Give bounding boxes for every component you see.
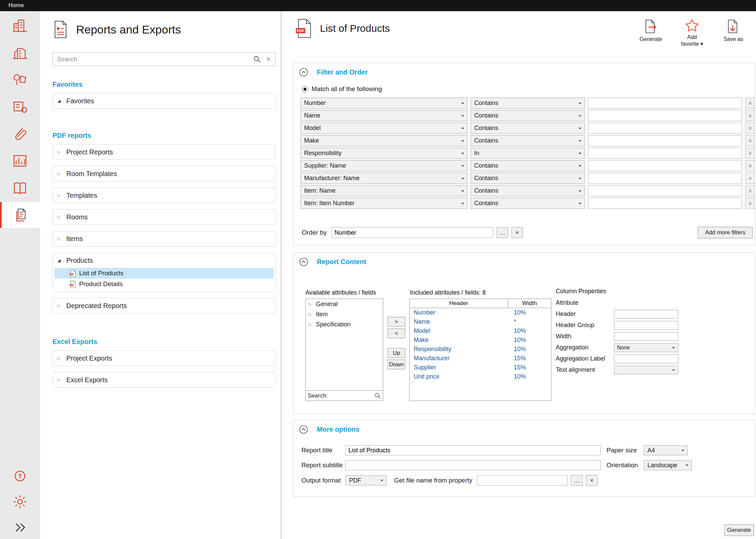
filter-attribute-select[interactable]: Model [300,123,467,134]
order-by-clear-button[interactable]: × [511,227,523,238]
collapsed-caret-icon[interactable]: ▷ [308,312,313,317]
filter-value-input[interactable] [588,110,742,121]
content-section-header[interactable]: Report Content [299,257,366,266]
save-as-button[interactable]: Save as [719,19,747,43]
table-row[interactable]: Supplier 15% [410,363,551,372]
filter-value-input[interactable] [588,98,742,109]
collapsed-caret-icon[interactable]: ▷ [308,302,313,306]
collapsed-caret-icon[interactable]: ▷ [58,236,62,241]
header-input[interactable] [614,310,678,319]
generate-button[interactable]: Generate [637,19,665,43]
collapsed-caret-icon[interactable]: ▷ [58,356,62,361]
filter-attribute-select[interactable]: Item: Item Number [300,198,467,209]
rail-item-catalog[interactable] [0,175,40,201]
sidebar-item-product-details[interactable]: Product Details [54,279,274,289]
filter-attribute-select[interactable]: Manufacturer: Name [300,173,467,184]
table-row[interactable]: Manufacturer 15% [410,354,551,363]
filter-operator-select[interactable]: Contains [471,185,585,196]
header-group-input[interactable] [614,321,678,330]
filter-operator-select[interactable]: In [471,148,585,159]
filter-clear-button[interactable]: × [745,135,755,146]
rail-item-help[interactable]: ? [0,467,40,486]
rail-item-data[interactable] [0,148,40,174]
filter-operator-select[interactable]: Contains [471,110,585,121]
filter-clear-button[interactable]: × [745,123,755,134]
filter-clear-button[interactable]: × [745,185,755,196]
rail-item-planning[interactable] [0,67,40,92]
filter-clear-button[interactable]: × [745,198,755,209]
filter-value-input[interactable] [588,185,742,196]
filter-value-input[interactable] [588,198,742,209]
collapsed-caret-icon[interactable]: ▷ [58,303,62,308]
rail-item-attachments[interactable] [0,121,40,147]
width-column-title[interactable]: Width [508,299,551,308]
search-icon[interactable] [253,56,261,63]
collapse-chevron-icon[interactable] [299,68,308,77]
filter-attribute-select[interactable]: Item: Name [300,185,467,196]
filter-clear-button[interactable]: × [745,148,755,159]
rail-item-expand[interactable] [0,518,40,537]
aggregation-select[interactable]: None [614,343,678,352]
table-row[interactable]: Number 10% [410,308,551,317]
table-row[interactable]: Unit price 10% [410,372,551,381]
collapsed-caret-icon[interactable]: ▷ [308,322,313,327]
options-section-header[interactable]: More options [299,425,360,434]
text-alignment-select[interactable] [614,366,678,374]
search-icon[interactable] [374,392,381,399]
report-subtitle-input[interactable] [345,460,601,470]
filter-value-input[interactable] [588,173,742,184]
clear-search-icon[interactable]: × [266,56,271,63]
collapsed-caret-icon[interactable]: ▷ [58,193,62,198]
sidebar-item-project-exports[interactable]: ▷ Project Exports [52,350,276,366]
order-by-input[interactable] [331,227,493,238]
file-name-clear-button[interactable]: × [586,475,597,486]
file-name-property-input[interactable] [477,475,568,486]
filter-attribute-select[interactable]: Name [300,110,467,121]
filter-section-header[interactable]: Filter and Order [299,68,368,77]
table-row[interactable]: Model 10% [410,326,551,336]
tree-item-general[interactable]: ▷ General [306,299,383,309]
header-column-title[interactable]: Header [410,299,508,308]
match-all-radio[interactable] [302,86,308,92]
sidebar-item-rooms[interactable]: ▷ Rooms [52,209,276,225]
output-format-select[interactable]: PDF [345,475,387,486]
table-row[interactable]: Make 10% [410,336,551,345]
expanded-caret-icon[interactable]: ◢ [58,99,62,103]
tree-item-item[interactable]: ▷ Item [306,309,383,319]
add-favorite-button[interactable]: Add favorite ▾ [678,19,706,47]
generate-report-button[interactable]: Generate [724,524,754,536]
filter-clear-button[interactable]: × [745,160,755,171]
tab-home[interactable]: Home [0,0,30,9]
filter-value-input[interactable] [588,148,742,159]
collapsed-caret-icon[interactable]: ▷ [58,215,62,219]
sidebar-item-templates[interactable]: ▷ Templates [52,188,276,203]
sidebar-item-list-of-products[interactable]: List of Products [54,268,274,279]
report-title-input[interactable] [345,445,601,455]
filter-operator-select[interactable]: Contains [471,160,585,171]
tree-item-specification[interactable]: ▷ Specification [306,319,383,329]
move-down-button[interactable]: Down [388,360,405,369]
filter-operator-select[interactable]: Contains [471,135,585,146]
filter-attribute-select[interactable]: Number [300,98,467,109]
filter-value-input[interactable] [588,160,742,171]
rail-item-products[interactable] [0,94,40,120]
paper-size-select[interactable]: A4 [644,445,688,455]
filter-value-input[interactable] [588,123,742,134]
filter-clear-button[interactable]: × [745,98,755,109]
collapsed-caret-icon[interactable]: ▷ [58,171,62,176]
filter-operator-select[interactable]: Contains [471,123,585,134]
collapse-chevron-icon[interactable] [299,257,308,266]
collapsed-caret-icon[interactable]: ▷ [58,378,62,382]
rail-item-settings[interactable] [0,492,40,511]
rail-item-sites[interactable] [0,40,40,65]
filter-value-input[interactable] [588,135,742,146]
collapsed-caret-icon[interactable]: ▷ [58,150,62,154]
collapse-chevron-icon[interactable] [299,425,308,434]
search-input[interactable] [53,53,253,66]
sidebar-item-items[interactable]: ▷ Items [52,231,276,246]
attributes-search-row[interactable]: Search: [306,390,383,401]
table-row[interactable]: Responsibility 10% [410,345,551,354]
filter-attribute-select[interactable]: Supplier: Name [300,160,467,171]
aggregation-label-input[interactable] [614,354,678,363]
sidebar-item-products[interactable]: ◢ Products [53,253,275,268]
